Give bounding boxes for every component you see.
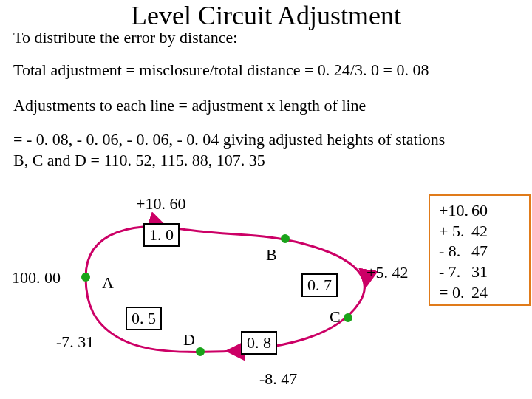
delta-bc: +5. 42 bbox=[366, 263, 408, 282]
subtitle: To distribute the error by distance: bbox=[13, 28, 237, 47]
misclosure-table: +10.60 + 5.42 - 8.47 - 7.31 = 0.24 bbox=[437, 200, 489, 303]
divider bbox=[12, 52, 520, 52]
delta-da: -7. 31 bbox=[56, 332, 94, 352]
len-cd: 0. 8 bbox=[241, 331, 277, 355]
node-d bbox=[196, 347, 205, 356]
sum-r5b: 24 bbox=[470, 282, 489, 303]
sum-r1b: 60 bbox=[470, 200, 489, 221]
sum-r4b: 31 bbox=[470, 262, 489, 282]
node-b bbox=[281, 234, 290, 243]
sum-r2a: + 5. bbox=[437, 221, 470, 242]
circuit-svg bbox=[12, 192, 426, 392]
sum-r5a: = 0. bbox=[437, 282, 470, 303]
delta-ab: +10. 60 bbox=[136, 194, 185, 214]
node-a bbox=[81, 273, 90, 282]
start-height: 100. 00 bbox=[12, 268, 61, 287]
delta-cd: -8. 47 bbox=[259, 369, 297, 389]
len-da: 0. 5 bbox=[126, 307, 162, 330]
misclosure-sum-box: +10.60 + 5.42 - 8.47 - 7.31 = 0.24 bbox=[429, 194, 531, 306]
len-bc: 0. 7 bbox=[301, 273, 338, 297]
label-c: C bbox=[330, 307, 341, 327]
label-d: D bbox=[183, 330, 195, 349]
sum-r2b: 42 bbox=[470, 221, 489, 242]
sum-r1a: +10. bbox=[437, 200, 470, 221]
sum-r3a: - 8. bbox=[437, 241, 470, 262]
page-title: Level Circuit Adjustment bbox=[0, 0, 532, 31]
sum-r4a: - 7. bbox=[437, 262, 470, 282]
slide: Level Circuit Adjustment To distribute t… bbox=[0, 0, 532, 399]
result-text: = - 0. 08, - 0. 06, - 0. 06, - 0. 04 giv… bbox=[13, 129, 457, 170]
sum-r3b: 47 bbox=[470, 241, 489, 262]
circuit-diagram: 100. 00 A B C D +10. 60 +5. 42 -8. 47 -7… bbox=[12, 192, 426, 392]
len-ab: 1. 0 bbox=[143, 223, 180, 247]
total-adjustment-eq: Total adjustment = misclosure/total dist… bbox=[13, 61, 429, 80]
node-c bbox=[344, 313, 352, 322]
label-a: A bbox=[102, 273, 114, 293]
line-adjustment-eq: Adjustments to each line = adjustment x … bbox=[13, 96, 366, 115]
label-b: B bbox=[266, 245, 277, 265]
